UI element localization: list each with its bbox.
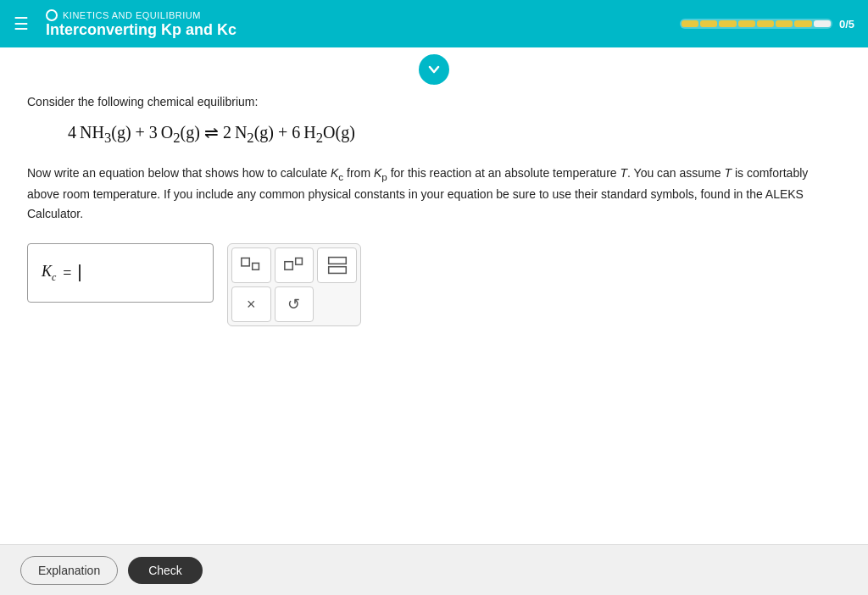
intro-text: Consider the following chemical equilibr… xyxy=(27,95,841,108)
progress-segment xyxy=(700,20,717,27)
chemical-equation: 4 NH3(g) + 3 O2(g) ⇌ 2 N2(g) + 6 H2O(g) xyxy=(68,122,841,147)
undo-button[interactable]: ↺ xyxy=(275,286,314,322)
progress-segment xyxy=(794,20,811,27)
svg-rect-2 xyxy=(285,262,292,270)
undo-icon: ↺ xyxy=(287,295,300,314)
description-text: Now write an equation below that shows h… xyxy=(27,164,841,223)
footer: Explanation Check xyxy=(0,544,868,595)
progress-segment xyxy=(682,20,698,27)
svg-rect-4 xyxy=(328,258,346,264)
check-button[interactable]: Check xyxy=(128,557,203,584)
superscript-button[interactable] xyxy=(275,247,314,283)
math-toolbar: × ↺ xyxy=(227,243,361,326)
fraction-icon xyxy=(326,255,349,275)
progress-segment xyxy=(757,20,774,27)
equals-sign: = xyxy=(63,264,71,282)
kc-label: Kc xyxy=(42,263,56,284)
chevron-down-icon xyxy=(426,62,442,77)
progress-bar xyxy=(680,19,832,29)
times-button[interactable]: × xyxy=(231,286,271,322)
explanation-button[interactable]: Explanation xyxy=(20,556,118,585)
header: ☰ KINETICS AND EQUILIBRIUM Interconverti… xyxy=(0,0,868,47)
progress-segment xyxy=(738,20,755,27)
times-icon: × xyxy=(247,296,256,314)
progress-area: 0/5 xyxy=(680,18,854,31)
input-row: Kc = xyxy=(27,243,841,326)
progress-segment xyxy=(814,20,831,27)
progress-segment xyxy=(776,20,793,27)
svg-rect-0 xyxy=(242,259,249,266)
subscript-button[interactable] xyxy=(231,247,271,283)
progress-score: 0/5 xyxy=(839,18,854,31)
header-subtitle: KINETICS AND EQUILIBRIUM xyxy=(46,9,236,21)
hamburger-icon[interactable]: ☰ xyxy=(14,14,29,34)
chevron-down-button[interactable] xyxy=(419,54,449,85)
header-text: KINETICS AND EQUILIBRIUM Interconverting… xyxy=(46,9,236,39)
chevron-container xyxy=(0,47,868,88)
fraction-button[interactable] xyxy=(317,247,357,283)
main-content: Consider the following chemical equilibr… xyxy=(0,88,868,585)
subscript-icon xyxy=(239,255,263,275)
svg-rect-1 xyxy=(253,264,259,270)
header-title: Interconverting Kp and Kc xyxy=(46,21,236,39)
cursor xyxy=(79,264,81,281)
svg-rect-3 xyxy=(296,259,303,265)
svg-rect-5 xyxy=(328,267,346,274)
kc-subscript: c xyxy=(52,271,56,283)
superscript-icon xyxy=(282,255,306,275)
progress-segment xyxy=(719,20,736,27)
equation-input-box[interactable]: Kc = xyxy=(27,243,214,303)
